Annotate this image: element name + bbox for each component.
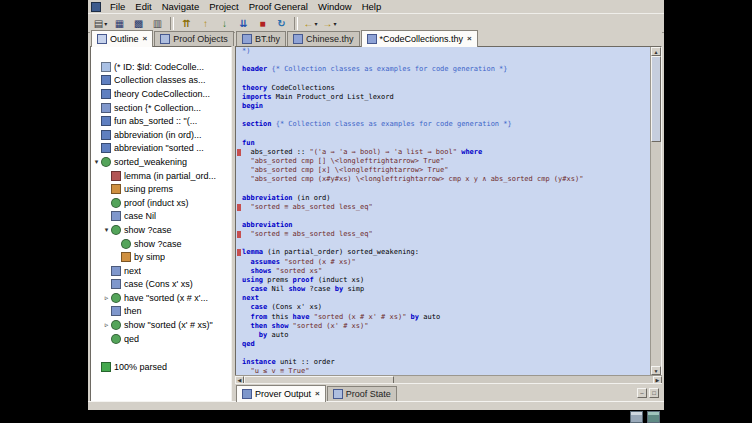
code-line[interactable]: "abs_sorted cmp (x#y#xs) \<longleftright… xyxy=(236,175,651,184)
code-line[interactable]: from this have "sorted (x # x' # xs)" by… xyxy=(236,313,651,322)
outline-item-case-cons-x-xs[interactable]: case (Cons x' xs) xyxy=(91,278,231,292)
print-button[interactable]: ▥ xyxy=(149,16,166,31)
editor-tab-bt-thy[interactable]: BT.thy xyxy=(236,31,286,46)
code-line[interactable]: instance unit :: order xyxy=(236,358,651,367)
outline-item-fun-abs-sorted[interactable]: fun abs_sorted :: "(... xyxy=(91,114,231,128)
code-line[interactable]: header {* Collection classes as examples… xyxy=(236,65,651,74)
code-line[interactable]: "sorted ≡ abs_sorted less_eq" xyxy=(236,230,651,239)
next-step-button[interactable]: ↓ xyxy=(216,16,233,31)
scroll-down-button[interactable]: ▼ xyxy=(651,366,661,375)
outline-item-abbreviation-in-ord[interactable]: abbreviation (in ord)... xyxy=(91,128,231,142)
outline-item-theory-codecollection[interactable]: theory CodeCollection... xyxy=(91,87,231,101)
code-line[interactable] xyxy=(236,212,651,221)
outline-item-proof-induct-xs[interactable]: proof (induct xs) xyxy=(91,196,231,210)
code-line[interactable]: shows "sorted xs" xyxy=(236,267,651,276)
outline-item-then[interactable]: then xyxy=(91,305,231,319)
code-line[interactable]: "abs_sorted cmp [] \<longleftrightarrow>… xyxy=(236,157,651,166)
scroll-up-button[interactable]: ▲ xyxy=(651,47,661,56)
code-line[interactable]: lemma (in partial_order) sorted_weakenin… xyxy=(236,248,651,257)
code-line[interactable]: theory CodeCollections xyxy=(236,84,651,93)
menu-item-window[interactable]: Window xyxy=(313,0,357,13)
menu-item-navigate[interactable]: Navigate xyxy=(157,0,205,13)
expand-arrow-icon[interactable]: ▹ xyxy=(102,294,111,302)
close-icon[interactable]: × xyxy=(143,34,148,43)
outline-item-id-id-codecolle[interactable]: (* ID: $Id: CodeColle... xyxy=(91,60,231,74)
collapse-arrow-icon[interactable]: ▾ xyxy=(102,226,111,234)
code-line[interactable]: "sorted ≡ abs_sorted less_eq" xyxy=(236,203,651,212)
code-line[interactable]: abbreviation xyxy=(236,221,651,230)
outline-item-qed[interactable]: qed xyxy=(91,332,231,346)
outline-item-lemma-in-partial-ord[interactable]: lemma (in partial_ord... xyxy=(91,169,231,183)
interrupt-button[interactable]: ■ xyxy=(254,16,271,31)
bottom-tab-proof-state[interactable]: Proof State xyxy=(327,386,397,401)
outline-item-using-prems[interactable]: using prems xyxy=(91,182,231,196)
code-line[interactable] xyxy=(236,184,651,193)
dropdown-arrow-icon[interactable]: ▾ xyxy=(333,20,336,27)
outline-item-section-collection[interactable]: section {* Collection... xyxy=(91,101,231,115)
outline-item-next[interactable]: next xyxy=(91,264,231,278)
outline-tab-proof-objects[interactable]: Proof Objects xyxy=(154,31,234,46)
code-line[interactable]: qed xyxy=(236,340,651,349)
code-line[interactable]: next xyxy=(236,294,651,303)
code-line[interactable] xyxy=(236,239,651,248)
taskbar-window-icon-2[interactable] xyxy=(647,411,660,423)
close-icon[interactable]: × xyxy=(467,34,472,43)
save-all-button[interactable]: ▩ xyxy=(130,16,147,31)
goto-start-button[interactable]: ⇈ xyxy=(178,16,195,31)
code-line[interactable]: imports Main Product_ord List_lexord xyxy=(236,93,651,102)
vertical-scrollbar[interactable]: ▲ ▼ xyxy=(650,47,661,375)
maximize-view-button[interactable]: □ xyxy=(649,388,659,398)
code-line[interactable]: case (Cons x' xs) xyxy=(236,303,651,312)
outline-tab-outline[interactable]: Outline× xyxy=(91,30,153,47)
code-line[interactable] xyxy=(236,56,651,65)
editor-tab-chinese-thy[interactable]: Chinese.thy xyxy=(287,31,360,46)
minimize-view-button[interactable]: – xyxy=(637,388,647,398)
editor-content[interactable]: *)header {* Collection classes as exampl… xyxy=(236,47,651,375)
bottom-tab-prover-output[interactable]: Prover Output× xyxy=(236,385,326,402)
menu-item-edit[interactable]: Edit xyxy=(130,0,156,13)
back-button[interactable]: ←▾ xyxy=(302,16,319,31)
menu-item-proof-general[interactable]: Proof General xyxy=(244,0,313,13)
code-line[interactable]: assumes "sorted (x # xs)" xyxy=(236,258,651,267)
outline-item-sorted-weakening[interactable]: ▾sorted_weakening xyxy=(91,155,231,169)
new-wizard-button[interactable]: ▤▾ xyxy=(92,16,109,31)
outline-item-show-case[interactable]: ▾show ?case xyxy=(91,223,231,237)
taskbar-window-icon-1[interactable] xyxy=(630,411,643,423)
code-line[interactable] xyxy=(236,129,651,138)
forward-button[interactable]: →▾ xyxy=(321,16,338,31)
menu-item-file[interactable]: File xyxy=(105,0,130,13)
outline-item-100-parsed[interactable]: 100% parsed xyxy=(91,360,231,374)
undo-step-button[interactable]: ↑ xyxy=(197,16,214,31)
outline-item-have-sorted-x-x[interactable]: ▹have "sorted (x # x'... xyxy=(91,291,231,305)
outline-item-collection-classes-as[interactable]: Collection classes as... xyxy=(91,74,231,88)
code-line[interactable]: using prems proof (induct xs) xyxy=(236,276,651,285)
dropdown-arrow-icon[interactable]: ▾ xyxy=(314,20,317,27)
code-line[interactable] xyxy=(236,349,651,358)
code-line[interactable]: "abs_sorted cmp [x] \<longleftrightarrow… xyxy=(236,166,651,175)
vertical-scrollbar-thumb[interactable] xyxy=(651,56,661,142)
code-line[interactable]: "u ≤ v ≡ True" xyxy=(236,367,651,375)
code-line[interactable]: *) xyxy=(236,47,651,56)
menu-item-project[interactable]: Project xyxy=(204,0,244,13)
code-line[interactable]: case Nil show ?case by simp xyxy=(236,285,651,294)
outline-item-by-simp[interactable]: by simp xyxy=(91,250,231,264)
window-menu-icon[interactable] xyxy=(91,2,101,12)
code-line[interactable] xyxy=(236,74,651,83)
expand-arrow-icon[interactable]: ▹ xyxy=(102,321,111,329)
save-button[interactable]: ▦ xyxy=(111,16,128,31)
code-line[interactable]: fun xyxy=(236,139,651,148)
close-icon[interactable]: × xyxy=(315,389,320,398)
menu-item-help[interactable]: Help xyxy=(357,0,387,13)
collapse-arrow-icon[interactable]: ▾ xyxy=(92,158,101,166)
code-line[interactable]: abs_sorted :: "('a ⇒ 'a ⇒ bool) ⇒ 'a lis… xyxy=(236,148,651,157)
dropdown-arrow-icon[interactable]: ▾ xyxy=(104,20,107,27)
editor-tab-codecollections-thy[interactable]: *CodeCollections.thy× xyxy=(361,30,478,47)
code-line[interactable]: by auto xyxy=(236,331,651,340)
outline-item-case-nil[interactable]: case Nil xyxy=(91,210,231,224)
code-line[interactable]: abbreviation (in ord) xyxy=(236,194,651,203)
code-line[interactable] xyxy=(236,111,651,120)
restart-button[interactable]: ↻ xyxy=(273,16,290,31)
code-line[interactable]: section {* Collection classes as example… xyxy=(236,120,651,129)
outline-tree[interactable]: (* ID: $Id: CodeColle...Collection class… xyxy=(90,46,232,402)
outline-item-show-case[interactable]: show ?case xyxy=(91,237,231,251)
